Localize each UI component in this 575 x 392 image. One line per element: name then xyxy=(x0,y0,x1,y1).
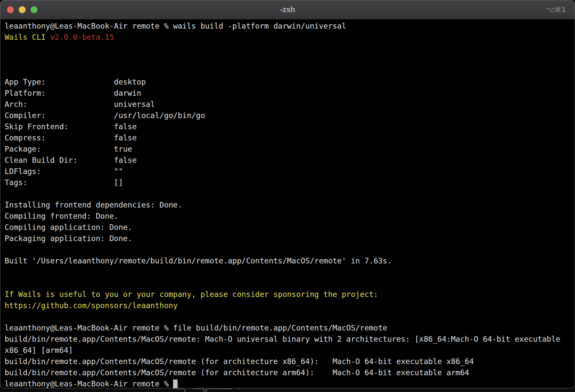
terminal-line: Tags: [] xyxy=(5,177,575,188)
close-button[interactable] xyxy=(7,6,14,13)
terminal-output[interactable]: leaanthony@Leas-MacBook-Air remote % wai… xyxy=(0,19,575,388)
terminal-line: LDFlags: "" xyxy=(5,166,575,177)
terminal-line: leaanthony@Leas-MacBook-Air remote % fil… xyxy=(5,322,575,333)
terminal-line: build/bin/remote.app/Contents/MacOS/remo… xyxy=(5,356,575,367)
terminal-line: Clean Build Dir: false xyxy=(5,155,575,166)
window-shortcut-badge: ⌥⌘1 xyxy=(546,0,566,19)
terminal-line: Compiling frontend: Done. xyxy=(5,210,575,222)
terminal-line: Wails CLI v2.0.0-beta.15 xyxy=(5,32,575,43)
terminal-line xyxy=(5,311,575,322)
terminal-line: leaanthony@Leas-MacBook-Air remote % xyxy=(5,378,575,388)
terminal-line: Compress: false xyxy=(5,132,575,143)
terminal-window: -zsh ⌥⌘1 leaanthony@Leas-MacBook-Air rem… xyxy=(0,0,575,388)
titlebar[interactable]: -zsh ⌥⌘1 xyxy=(0,0,575,19)
terminal-line xyxy=(5,266,575,278)
terminal-line: Compiling application: Done. xyxy=(5,222,575,233)
terminal-line xyxy=(5,43,575,54)
terminal-line: App Type: desktop xyxy=(5,76,575,87)
terminal-line: build/bin/remote.app/Contents/MacOS/remo… xyxy=(5,367,575,378)
terminal-line: Packaging application: Done. xyxy=(5,233,575,244)
terminal-line xyxy=(5,54,575,65)
terminal-line xyxy=(5,278,575,289)
minimize-button[interactable] xyxy=(19,6,26,13)
zoom-button[interactable] xyxy=(31,6,38,13)
terminal-line xyxy=(5,244,575,255)
traffic-lights xyxy=(7,0,38,19)
terminal-line: Skip Frontend: false xyxy=(5,121,575,132)
terminal-line: Installing frontend dependencies: Done. xyxy=(5,199,575,210)
terminal-line: If Wails is useful to you or your compan… xyxy=(5,289,575,300)
terminal-line xyxy=(5,65,575,76)
terminal-line: Arch: universal xyxy=(5,99,575,110)
terminal-line: x86_64] [arm64] xyxy=(5,345,575,356)
terminal-line: Compiler: /usr/local/go/bin/go xyxy=(5,110,575,121)
terminal-line: https://github.com/sponsors/leaanthony xyxy=(5,300,575,311)
terminal-line: Package: true xyxy=(5,143,575,155)
cursor xyxy=(173,380,178,388)
terminal-line: build/bin/remote.app/Contents/MacOS/remo… xyxy=(5,333,575,345)
terminal-line: leaanthony@Leas-MacBook-Air remote % wai… xyxy=(5,20,575,32)
terminal-line xyxy=(5,188,575,199)
terminal-line: Platform: darwin xyxy=(5,87,575,99)
screen: ▘▀▀▖ ▝▀▀▚▞▀▀▀▀▀▀▘ ▘ -zsh ⌥⌘1 leaanthony@… xyxy=(0,0,575,392)
window-title: -zsh xyxy=(0,0,575,19)
terminal-line: Built '/Users/leaanthony/remote/build/bi… xyxy=(5,255,575,266)
